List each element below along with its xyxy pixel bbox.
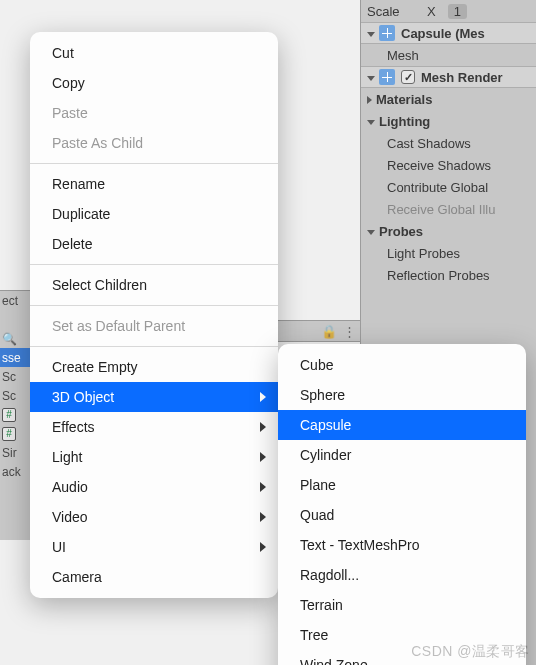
cast-shadows-field[interactable]: Cast Shadows bbox=[361, 132, 536, 154]
menu-separator bbox=[30, 163, 278, 164]
menu-item-paste: Paste bbox=[30, 98, 278, 128]
mesh-filter-header[interactable]: Capsule (Mes bbox=[361, 22, 536, 44]
probes-foldout[interactable]: Probes bbox=[361, 220, 536, 242]
submenu-item-capsule[interactable]: Capsule bbox=[278, 410, 526, 440]
more-icon[interactable]: ⋮ bbox=[343, 324, 356, 339]
menu-item-light[interactable]: Light bbox=[30, 442, 278, 472]
menu-item-ui[interactable]: UI bbox=[30, 532, 278, 562]
submenu-item-cube[interactable]: Cube bbox=[278, 350, 526, 380]
menu-item-cut[interactable]: Cut bbox=[30, 38, 278, 68]
mesh-renderer-toggle[interactable] bbox=[401, 70, 415, 84]
menu-item-paste-as-child: Paste As Child bbox=[30, 128, 278, 158]
menu-separator bbox=[30, 264, 278, 265]
mesh-renderer-header[interactable]: Mesh Render bbox=[361, 66, 536, 88]
submenu-item-wind-zone[interactable]: Wind Zone bbox=[278, 650, 526, 665]
submenu-item-ragdoll-[interactable]: Ragdoll... bbox=[278, 560, 526, 590]
submenu-item-plane[interactable]: Plane bbox=[278, 470, 526, 500]
menu-item-video[interactable]: Video bbox=[30, 502, 278, 532]
menu-item-effects[interactable]: Effects bbox=[30, 412, 278, 442]
light-probes-field[interactable]: Light Probes bbox=[361, 242, 536, 264]
submenu-item-terrain[interactable]: Terrain bbox=[278, 590, 526, 620]
menu-item-3d-object[interactable]: 3D Object bbox=[30, 382, 278, 412]
lock-icon[interactable]: 🔒 bbox=[321, 324, 337, 339]
menu-item-rename[interactable]: Rename bbox=[30, 169, 278, 199]
menu-item-create-empty[interactable]: Create Empty bbox=[30, 352, 278, 382]
menu-item-copy[interactable]: Copy bbox=[30, 68, 278, 98]
submenu-item-quad[interactable]: Quad bbox=[278, 500, 526, 530]
contribute-global-field[interactable]: Contribute Global bbox=[361, 176, 536, 198]
reflection-probes-field[interactable]: Reflection Probes bbox=[361, 264, 536, 286]
submenu-item-text-textmeshpro[interactable]: Text - TextMeshPro bbox=[278, 530, 526, 560]
menu-item-set-as-default-parent: Set as Default Parent bbox=[30, 311, 278, 341]
menu-item-camera[interactable]: Camera bbox=[30, 562, 278, 592]
hierarchy-context-menu[interactable]: CutCopyPastePaste As ChildRenameDuplicat… bbox=[30, 32, 278, 598]
menu-item-audio[interactable]: Audio bbox=[30, 472, 278, 502]
transform-scale-row: Scale X 1 bbox=[361, 0, 536, 22]
mesh-field[interactable]: Mesh bbox=[361, 44, 536, 66]
lighting-foldout[interactable]: Lighting bbox=[361, 110, 536, 132]
menu-separator bbox=[30, 346, 278, 347]
submenu-item-sphere[interactable]: Sphere bbox=[278, 380, 526, 410]
receive-shadows-field[interactable]: Receive Shadows bbox=[361, 154, 536, 176]
menu-separator bbox=[30, 305, 278, 306]
submenu-item-cylinder[interactable]: Cylinder bbox=[278, 440, 526, 470]
3d-object-submenu[interactable]: CubeSphereCapsuleCylinderPlaneQuadText -… bbox=[278, 344, 526, 665]
menu-item-delete[interactable]: Delete bbox=[30, 229, 278, 259]
menu-item-select-children[interactable]: Select Children bbox=[30, 270, 278, 300]
menu-item-duplicate[interactable]: Duplicate bbox=[30, 199, 278, 229]
receive-global-field: Receive Global Illu bbox=[361, 198, 536, 220]
submenu-item-tree[interactable]: Tree bbox=[278, 620, 526, 650]
materials-foldout[interactable]: Materials bbox=[361, 88, 536, 110]
